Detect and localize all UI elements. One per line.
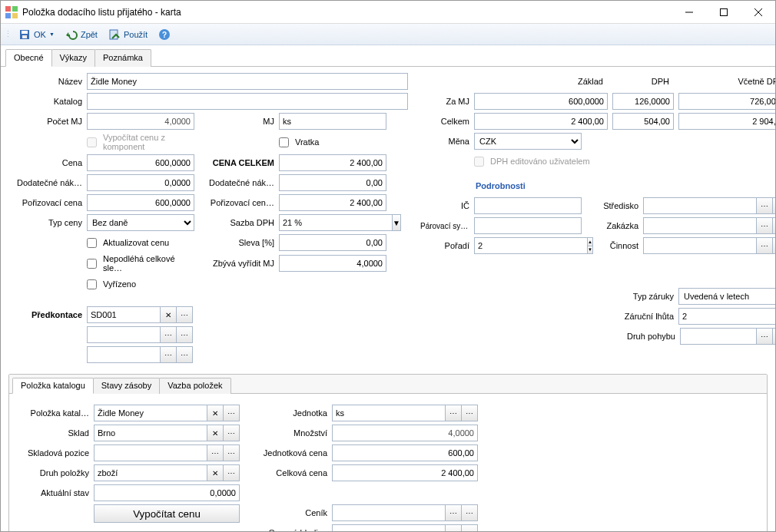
celkem-vcetne-input[interactable] <box>678 113 775 130</box>
jednotka-input[interactable] <box>332 405 446 421</box>
cenik-browse-button[interactable]: ⋯ <box>461 504 478 521</box>
vratka-chk-input[interactable] <box>279 137 289 147</box>
dodatecne2-input[interactable] <box>279 174 386 191</box>
pouzit-button[interactable]: Použít <box>104 27 152 42</box>
predkontace2-browse-button[interactable]: ⋯ <box>176 326 193 343</box>
cenik-pick-button[interactable]: ⋯ <box>445 504 462 521</box>
nepodleha-checkbox[interactable]: Nepodléhá celkové sle… <box>87 254 194 273</box>
zakazka-browse-button[interactable]: ⋯ <box>772 217 775 234</box>
predkontace-clear-button[interactable]: ✕ <box>160 306 177 323</box>
nepodleha-chk-input[interactable] <box>87 259 97 269</box>
vypocitat-cenu-button[interactable]: Vypočítat cenu <box>94 504 240 523</box>
zamj-zaklad-input[interactable] <box>474 93 608 110</box>
druhpolozky-input[interactable] <box>94 464 207 481</box>
inner-tab-polozka[interactable]: Položka katalogu <box>12 378 94 394</box>
predkontace2-pick-button[interactable]: ⋯ <box>160 326 177 343</box>
inner-tab-vazba[interactable]: Vazba položek <box>159 378 230 394</box>
stredisko-browse-button[interactable]: ⋯ <box>772 197 775 214</box>
predkontace3-input[interactable] <box>87 346 161 363</box>
tab-vykazy[interactable]: Výkazy <box>51 49 95 67</box>
ic-input[interactable] <box>474 197 582 214</box>
polozkakat-browse-button[interactable]: ⋯ <box>223 405 240 421</box>
cinnost-pick-button[interactable]: ⋯ <box>756 237 773 254</box>
zamj-dph-input[interactable] <box>612 93 674 110</box>
druhpolozky-clear-button[interactable]: ✕ <box>207 464 224 481</box>
tab-obecne[interactable]: Obecné <box>5 49 52 67</box>
tab-poznamka[interactable]: Poznámka <box>95 49 151 67</box>
cena-input[interactable] <box>87 154 194 171</box>
pocetmj-input[interactable] <box>87 113 194 130</box>
parovaci-input[interactable] <box>474 217 582 234</box>
sklpozice-input[interactable] <box>94 444 207 461</box>
dodatecne-input[interactable] <box>87 174 194 191</box>
ok-button[interactable]: OK ▼ <box>14 27 59 42</box>
druhpohybu-pick-button[interactable]: ⋯ <box>756 328 773 345</box>
mj-input[interactable] <box>279 113 386 130</box>
porizovaci2-input[interactable] <box>279 194 386 211</box>
katalog-input[interactable] <box>87 93 408 110</box>
vyrizeno-checkbox[interactable]: Vyřízeno <box>87 279 194 289</box>
inner-tab-stavy[interactable]: Stavy zásoby <box>93 378 160 394</box>
polozkakat-clear-button[interactable]: ✕ <box>207 405 224 421</box>
druhpohybu-input[interactable] <box>680 328 757 345</box>
aktstav-input[interactable] <box>94 484 240 501</box>
zpet-button[interactable]: Zpět <box>61 27 102 42</box>
typzaruky-select[interactable]: Uvedená v letech <box>678 288 775 305</box>
vyrizeno-chk-input[interactable] <box>87 279 97 289</box>
zpet-label: Zpět <box>81 30 98 39</box>
sklad-browse-button[interactable]: ⋯ <box>223 425 240 441</box>
cenhlad-pick-button[interactable]: ⋯ <box>445 524 462 531</box>
predkontace-browse-button[interactable]: ⋯ <box>176 306 193 323</box>
aktualizovat-chk-input[interactable] <box>87 238 97 248</box>
stredisko-input[interactable] <box>643 197 757 214</box>
jedncena-input[interactable] <box>332 444 478 461</box>
nazev-input[interactable] <box>87 73 408 90</box>
ok-dropdown-caret[interactable]: ▼ <box>49 28 55 41</box>
polozkakat-input[interactable] <box>94 405 207 421</box>
hdr-zaklad: Základ <box>474 77 608 86</box>
stredisko-pick-button[interactable]: ⋯ <box>756 197 773 214</box>
jednotka-browse-button[interactable]: ⋯ <box>461 405 478 421</box>
zbyva-input[interactable] <box>279 255 386 272</box>
druhpolozky-browse-button[interactable]: ⋯ <box>223 464 240 481</box>
cenhlad-browse-button[interactable]: ⋯ <box>461 524 478 531</box>
cinnost-browse-button[interactable]: ⋯ <box>772 237 775 254</box>
sklad-clear-button[interactable]: ✕ <box>207 425 224 441</box>
sazbadph-dropdown-button[interactable]: ▼ <box>392 214 401 231</box>
celkem-zaklad-input[interactable] <box>474 113 608 130</box>
cenhlad-input[interactable] <box>332 524 446 531</box>
zamj-vcetne-input[interactable] <box>678 93 775 110</box>
celkem-dph-input[interactable] <box>612 113 674 130</box>
poradi-input[interactable] <box>474 237 588 254</box>
predkontace-input[interactable] <box>87 306 161 323</box>
celkcena-input[interactable] <box>332 464 478 481</box>
sklad-input[interactable] <box>94 425 207 441</box>
mena-select[interactable]: CZK <box>474 133 582 150</box>
porizovaci-input[interactable] <box>87 194 194 211</box>
sleva-input[interactable] <box>279 234 386 251</box>
pouzit-label: Použít <box>124 30 148 39</box>
zakazka-input[interactable] <box>643 217 757 234</box>
predkontace3-pick-button[interactable]: ⋯ <box>160 346 177 363</box>
predkontace3-browse-button[interactable]: ⋯ <box>176 346 193 363</box>
predkontace2-input[interactable] <box>87 326 161 343</box>
druhpohybu-browse-button[interactable]: ⋯ <box>772 328 775 345</box>
zarucnilhuta-input[interactable] <box>678 308 775 325</box>
dphedit-chk-label: DPH editováno uživatelem <box>490 157 590 166</box>
vratka-checkbox[interactable]: Vratka <box>279 137 319 147</box>
minimize-button[interactable] <box>672 1 706 23</box>
maximize-button[interactable] <box>706 1 741 23</box>
cenik-input[interactable] <box>332 504 446 521</box>
sazbadph-input[interactable] <box>279 214 393 231</box>
cinnost-input[interactable] <box>643 237 757 254</box>
sklpozice-browse-button[interactable]: ⋯ <box>223 444 240 461</box>
jednotka-pick-button[interactable]: ⋯ <box>445 405 462 421</box>
sklpozice-pick-button[interactable]: ⋯ <box>207 444 224 461</box>
aktualizovat-checkbox[interactable]: Aktualizovat cenu <box>87 238 194 248</box>
cena-celkem-input[interactable] <box>279 154 386 171</box>
zakazka-pick-button[interactable]: ⋯ <box>756 217 773 234</box>
typceny-select[interactable]: Bez daně <box>87 214 194 231</box>
mnozstvi-label: Množství <box>255 428 332 438</box>
close-button[interactable] <box>741 1 775 23</box>
help-button[interactable]: ? <box>154 27 175 42</box>
